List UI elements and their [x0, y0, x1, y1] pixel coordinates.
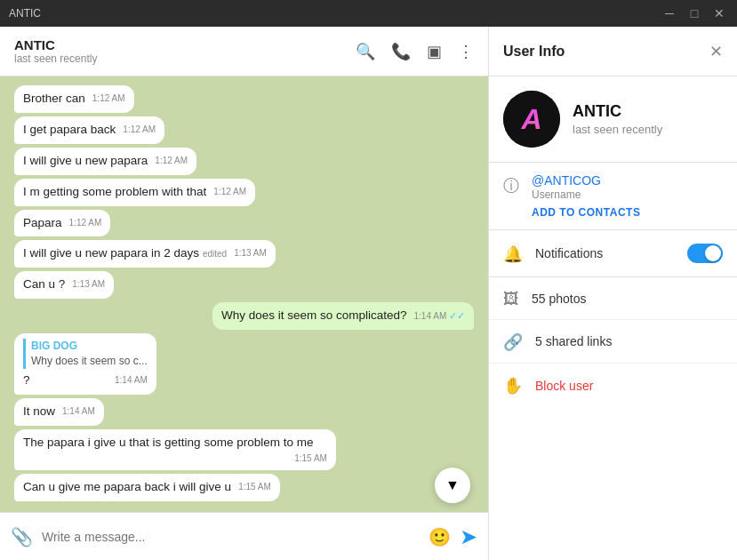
notifications-row: 🔔 Notifications: [489, 230, 737, 277]
chat-messages[interactable]: Brother can 1:12 AM I get papara back 1:…: [0, 76, 488, 512]
add-to-contacts-button[interactable]: ADD TO CONTACTS: [532, 206, 723, 219]
profile-info: ANTIC last seen recently: [573, 102, 662, 136]
edited-label: edited: [203, 249, 227, 259]
link-icon: 🔗: [503, 332, 523, 352]
bell-icon: 🔔: [503, 244, 523, 264]
call-icon[interactable]: 📞: [391, 42, 411, 61]
send-button[interactable]: ➤: [460, 524, 477, 549]
avatar-letter: A: [521, 103, 541, 136]
message-time: 1:14 AM: [62, 405, 95, 418]
info-close-button[interactable]: ✕: [709, 42, 723, 61]
window-close-button[interactable]: ✕: [710, 6, 728, 20]
user-info-panel: User Info ✕ A ANTIC last seen recently ⓘ: [488, 27, 737, 560]
chat-header-actions: 🔍 📞 ▣ ⋮: [356, 42, 474, 61]
message-bubble: Brother can 1:12 AM: [14, 85, 134, 113]
table-row: The papara i give u that is getting some…: [14, 429, 474, 471]
window: ANTIC ─ □ ✕ ANTIC last seen recently 🔍 📞…: [0, 0, 737, 560]
chat-contact-status: last seen recently: [14, 52, 97, 65]
table-row: Brother can 1:12 AM: [14, 85, 474, 113]
message-time: 1:12 AM: [123, 124, 156, 136]
username-section: ⓘ @ANTICOG Username ADD TO CONTACTS: [489, 163, 737, 230]
chevron-down-icon: ▼: [445, 477, 460, 493]
chat-contact-name: ANTIC: [14, 37, 97, 52]
search-icon[interactable]: 🔍: [356, 42, 375, 61]
message-bubble: The papara i give u that is getting some…: [14, 429, 336, 471]
table-row: Can u give me papara back i will give u …: [14, 474, 474, 501]
chat-header: ANTIC last seen recently 🔍 📞 ▣ ⋮: [0, 27, 488, 76]
titlebar: ANTIC ─ □ ✕: [0, 0, 737, 27]
user-profile-section: A ANTIC last seen recently: [489, 76, 737, 163]
message-bubble: I will give u new papara in 2 days edite…: [14, 240, 276, 268]
table-row: I m getting some problem with that 1:12 …: [14, 179, 474, 206]
message-time: 1:15 AM: [238, 481, 271, 493]
message-bubble: I m getting some problem with that 1:12 …: [14, 179, 255, 206]
maximize-button[interactable]: □: [685, 6, 703, 20]
message-bubble: Can u ? 1:13 AM: [14, 271, 114, 299]
notifications-toggle[interactable]: [687, 244, 723, 263]
photos-icon: 🖼: [503, 290, 519, 308]
main-content: ANTIC last seen recently 🔍 📞 ▣ ⋮ Brother…: [0, 27, 737, 560]
message-time: 1:13 AM: [234, 247, 267, 260]
table-row: I get papara back 1:12 AM: [14, 116, 474, 144]
message-bubble: It now 1:14 AM: [14, 398, 104, 426]
minimize-button[interactable]: ─: [661, 6, 678, 20]
message-time: 1:15 AM: [294, 452, 327, 465]
photos-label: 55 photos: [532, 292, 587, 306]
message-time: 1:12 AM: [92, 92, 125, 105]
block-label: Block user: [535, 379, 593, 393]
message-time: 1:12 AM: [213, 186, 246, 198]
titlebar-title: ANTIC: [9, 7, 41, 20]
attach-icon[interactable]: 📎: [11, 526, 33, 548]
table-row: I will give u new papara in 2 days edite…: [14, 240, 474, 268]
message-bubble: BIG DOG Why does it seem so c... ? 1:14 …: [14, 333, 156, 394]
titlebar-controls: ─ □ ✕: [661, 6, 728, 20]
info-circle-icon: ⓘ: [503, 175, 519, 196]
username-value: @ANTICOG: [532, 173, 723, 188]
table-row: I will give u new papara 1:12 AM: [14, 148, 474, 175]
avatar: A: [503, 91, 560, 148]
message-bubble: I get papara back 1:12 AM: [14, 116, 164, 144]
chat-input-bar: 📎 🙂 ➤: [0, 512, 488, 560]
username-row: ⓘ @ANTICOG Username ADD TO CONTACTS: [503, 173, 723, 219]
table-row: Why does it seem so complicated? 1:14 AM…: [14, 302, 474, 330]
more-icon[interactable]: ⋮: [458, 42, 474, 61]
block-user-row[interactable]: ✋ Block user: [489, 364, 737, 408]
scroll-to-bottom-button[interactable]: ▼: [435, 468, 470, 503]
table-row: Papara 1:12 AM: [14, 210, 474, 237]
message-bubble: Papara 1:12 AM: [14, 210, 110, 237]
message-bubble: Can u give me papara back i will give u …: [14, 474, 280, 501]
info-panel-header: User Info ✕: [489, 27, 737, 76]
message-time: 1:14 AM ✓✓: [414, 309, 465, 323]
message-time: 1:14 AM: [115, 374, 148, 387]
emoji-icon[interactable]: 🙂: [429, 526, 451, 548]
shared-links-row[interactable]: 🔗 5 shared links: [489, 320, 737, 364]
message-time: 1:12 AM: [69, 217, 102, 229]
quoted-message: BIG DOG Why does it seem so c...: [23, 339, 148, 369]
message-bubble: Why does it seem so complicated? 1:14 AM…: [212, 302, 474, 330]
photos-row[interactable]: 🖼 55 photos: [489, 277, 737, 320]
quoted-author: BIG DOG: [31, 339, 148, 354]
info-panel-title: User Info: [503, 44, 565, 60]
table-row: BIG DOG Why does it seem so c... ? 1:14 …: [14, 333, 474, 394]
profile-status: last seen recently: [573, 123, 662, 136]
message-time: 1:13 AM: [72, 278, 105, 291]
read-check: ✓✓: [449, 310, 465, 321]
toggle-knob: [705, 245, 721, 261]
table-row: It now 1:14 AM: [14, 398, 474, 426]
links-label: 5 shared links: [535, 334, 612, 348]
message-bubble: I will give u new papara 1:12 AM: [14, 148, 196, 175]
quoted-text: Why does it seem so c...: [31, 354, 148, 369]
username-content: @ANTICOG Username ADD TO CONTACTS: [532, 173, 723, 219]
profile-name: ANTIC: [573, 102, 662, 121]
username-label: Username: [532, 188, 723, 201]
chat-header-info: ANTIC last seen recently: [14, 37, 97, 65]
notifications-label: Notifications: [535, 246, 675, 260]
message-time: 1:12 AM: [155, 155, 188, 167]
chat-panel: ANTIC last seen recently 🔍 📞 ▣ ⋮ Brother…: [0, 27, 488, 560]
message-input[interactable]: [42, 530, 420, 544]
block-icon: ✋: [503, 376, 523, 396]
avatar-inner: A: [503, 91, 560, 148]
table-row: Can u ? 1:13 AM: [14, 271, 474, 299]
layout-icon[interactable]: ▣: [427, 42, 442, 61]
